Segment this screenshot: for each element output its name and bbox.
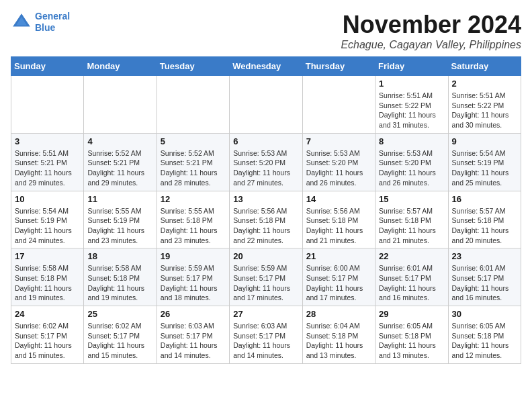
calendar-day-27: 27Sunrise: 6:03 AM Sunset: 5:17 PM Dayli… bbox=[230, 306, 302, 364]
calendar-day-28: 28Sunrise: 6:04 AM Sunset: 5:18 PM Dayli… bbox=[302, 306, 375, 364]
day-info-28: Sunrise: 6:04 AM Sunset: 5:18 PM Dayligh… bbox=[306, 321, 371, 361]
day-number-11: 11 bbox=[87, 194, 152, 204]
logo-line1: General bbox=[35, 11, 70, 21]
calendar-day-11: 11Sunrise: 5:55 AM Sunset: 5:19 PM Dayli… bbox=[84, 191, 157, 248]
weekday-header-row: SundayMondayTuesdayWednesdayThursdayFrid… bbox=[11, 57, 521, 76]
calendar-day-26: 26Sunrise: 6:03 AM Sunset: 5:17 PM Dayli… bbox=[157, 306, 229, 364]
calendar-day-17: 17Sunrise: 5:58 AM Sunset: 5:18 PM Dayli… bbox=[11, 248, 84, 306]
day-info-21: Sunrise: 6:00 AM Sunset: 5:17 PM Dayligh… bbox=[306, 263, 371, 303]
calendar-day-29: 29Sunrise: 6:05 AM Sunset: 5:18 PM Dayli… bbox=[375, 306, 448, 364]
calendar-empty bbox=[157, 76, 229, 134]
calendar-empty bbox=[302, 76, 375, 134]
weekday-header-monday: Monday bbox=[84, 57, 157, 76]
calendar-day-24: 24Sunrise: 6:02 AM Sunset: 5:17 PM Dayli… bbox=[11, 306, 84, 364]
day-number-3: 3 bbox=[15, 136, 80, 146]
day-info-18: Sunrise: 5:58 AM Sunset: 5:18 PM Dayligh… bbox=[87, 263, 152, 303]
day-info-14: Sunrise: 5:56 AM Sunset: 5:18 PM Dayligh… bbox=[306, 206, 371, 246]
day-number-2: 2 bbox=[452, 79, 517, 89]
day-info-6: Sunrise: 5:53 AM Sunset: 5:20 PM Dayligh… bbox=[233, 148, 298, 188]
calendar-week-5: 24Sunrise: 6:02 AM Sunset: 5:17 PM Dayli… bbox=[11, 306, 521, 364]
day-number-19: 19 bbox=[161, 251, 226, 261]
calendar-day-19: 19Sunrise: 5:59 AM Sunset: 5:17 PM Dayli… bbox=[157, 248, 229, 306]
calendar-day-15: 15Sunrise: 5:57 AM Sunset: 5:18 PM Dayli… bbox=[375, 191, 448, 248]
day-number-16: 16 bbox=[452, 194, 517, 204]
day-info-13: Sunrise: 5:56 AM Sunset: 5:18 PM Dayligh… bbox=[233, 206, 298, 246]
calendar-week-3: 10Sunrise: 5:54 AM Sunset: 5:19 PM Dayli… bbox=[11, 191, 521, 248]
calendar-day-14: 14Sunrise: 5:56 AM Sunset: 5:18 PM Dayli… bbox=[302, 191, 375, 248]
day-number-28: 28 bbox=[306, 309, 371, 319]
weekday-header-thursday: Thursday bbox=[302, 57, 375, 76]
day-info-10: Sunrise: 5:54 AM Sunset: 5:19 PM Dayligh… bbox=[15, 206, 80, 246]
day-number-23: 23 bbox=[452, 251, 517, 261]
day-info-27: Sunrise: 6:03 AM Sunset: 5:17 PM Dayligh… bbox=[233, 321, 298, 361]
calendar-day-4: 4Sunrise: 5:52 AM Sunset: 5:21 PM Daylig… bbox=[84, 133, 157, 191]
day-info-23: Sunrise: 6:01 AM Sunset: 5:17 PM Dayligh… bbox=[452, 263, 517, 303]
calendar-table: SundayMondayTuesdayWednesdayThursdayFrid… bbox=[11, 56, 521, 364]
day-number-4: 4 bbox=[87, 136, 152, 146]
logo-icon bbox=[11, 11, 32, 33]
day-number-20: 20 bbox=[233, 251, 298, 261]
day-info-17: Sunrise: 5:58 AM Sunset: 5:18 PM Dayligh… bbox=[15, 263, 80, 303]
day-number-13: 13 bbox=[233, 194, 298, 204]
logo-text: General Blue bbox=[35, 11, 70, 34]
weekday-header-sunday: Sunday bbox=[11, 57, 84, 76]
day-info-26: Sunrise: 6:03 AM Sunset: 5:17 PM Dayligh… bbox=[161, 321, 226, 361]
calendar-week-1: 1Sunrise: 5:51 AM Sunset: 5:22 PM Daylig… bbox=[11, 76, 521, 134]
day-number-22: 22 bbox=[379, 251, 444, 261]
weekday-header-saturday: Saturday bbox=[448, 57, 521, 76]
day-number-14: 14 bbox=[306, 194, 371, 204]
day-info-20: Sunrise: 5:59 AM Sunset: 5:17 PM Dayligh… bbox=[233, 263, 298, 303]
calendar-day-2: 2Sunrise: 5:51 AM Sunset: 5:22 PM Daylig… bbox=[448, 76, 521, 134]
weekday-header-friday: Friday bbox=[375, 57, 448, 76]
day-number-10: 10 bbox=[15, 194, 80, 204]
month-title: November 2024 bbox=[341, 11, 521, 39]
day-info-12: Sunrise: 5:55 AM Sunset: 5:18 PM Dayligh… bbox=[161, 206, 226, 246]
location: Echague, Cagayan Valley, Philippines bbox=[341, 39, 521, 51]
day-number-17: 17 bbox=[15, 251, 80, 261]
calendar-day-1: 1Sunrise: 5:51 AM Sunset: 5:22 PM Daylig… bbox=[375, 76, 448, 134]
calendar-header: SundayMondayTuesdayWednesdayThursdayFrid… bbox=[11, 57, 521, 76]
logo-line2: Blue bbox=[35, 22, 70, 34]
day-info-30: Sunrise: 6:05 AM Sunset: 5:18 PM Dayligh… bbox=[452, 321, 517, 361]
day-number-12: 12 bbox=[161, 194, 226, 204]
calendar-empty bbox=[230, 76, 302, 134]
calendar-day-18: 18Sunrise: 5:58 AM Sunset: 5:18 PM Dayli… bbox=[84, 248, 157, 306]
calendar-day-10: 10Sunrise: 5:54 AM Sunset: 5:19 PM Dayli… bbox=[11, 191, 84, 248]
calendar-day-12: 12Sunrise: 5:55 AM Sunset: 5:18 PM Dayli… bbox=[157, 191, 229, 248]
day-number-6: 6 bbox=[233, 136, 298, 146]
day-number-18: 18 bbox=[87, 251, 152, 261]
title-block: November 2024 Echague, Cagayan Valley, P… bbox=[341, 11, 521, 51]
calendar-day-8: 8Sunrise: 5:53 AM Sunset: 5:20 PM Daylig… bbox=[375, 133, 448, 191]
day-info-1: Sunrise: 5:51 AM Sunset: 5:22 PM Dayligh… bbox=[379, 91, 444, 130]
weekday-header-wednesday: Wednesday bbox=[230, 57, 302, 76]
day-info-2: Sunrise: 5:51 AM Sunset: 5:22 PM Dayligh… bbox=[452, 91, 517, 130]
calendar-day-3: 3Sunrise: 5:51 AM Sunset: 5:21 PM Daylig… bbox=[11, 133, 84, 191]
calendar-day-9: 9Sunrise: 5:54 AM Sunset: 5:19 PM Daylig… bbox=[448, 133, 521, 191]
day-info-7: Sunrise: 5:53 AM Sunset: 5:20 PM Dayligh… bbox=[306, 148, 371, 188]
day-info-3: Sunrise: 5:51 AM Sunset: 5:21 PM Dayligh… bbox=[15, 148, 80, 188]
calendar-day-20: 20Sunrise: 5:59 AM Sunset: 5:17 PM Dayli… bbox=[230, 248, 302, 306]
day-info-15: Sunrise: 5:57 AM Sunset: 5:18 PM Dayligh… bbox=[379, 206, 444, 246]
day-number-8: 8 bbox=[379, 136, 444, 146]
day-number-1: 1 bbox=[379, 79, 444, 89]
day-number-15: 15 bbox=[379, 194, 444, 204]
day-info-11: Sunrise: 5:55 AM Sunset: 5:19 PM Dayligh… bbox=[87, 206, 152, 246]
day-number-26: 26 bbox=[161, 309, 226, 319]
calendar-day-30: 30Sunrise: 6:05 AM Sunset: 5:18 PM Dayli… bbox=[448, 306, 521, 364]
calendar-day-13: 13Sunrise: 5:56 AM Sunset: 5:18 PM Dayli… bbox=[230, 191, 302, 248]
day-info-9: Sunrise: 5:54 AM Sunset: 5:19 PM Dayligh… bbox=[452, 148, 517, 188]
day-number-5: 5 bbox=[161, 136, 226, 146]
day-info-24: Sunrise: 6:02 AM Sunset: 5:17 PM Dayligh… bbox=[15, 321, 80, 361]
day-info-5: Sunrise: 5:52 AM Sunset: 5:21 PM Dayligh… bbox=[161, 148, 226, 188]
day-info-22: Sunrise: 6:01 AM Sunset: 5:17 PM Dayligh… bbox=[379, 263, 444, 303]
calendar-day-16: 16Sunrise: 5:57 AM Sunset: 5:18 PM Dayli… bbox=[448, 191, 521, 248]
logo: General Blue bbox=[11, 11, 70, 34]
day-number-27: 27 bbox=[233, 309, 298, 319]
calendar-day-22: 22Sunrise: 6:01 AM Sunset: 5:17 PM Dayli… bbox=[375, 248, 448, 306]
calendar-day-25: 25Sunrise: 6:02 AM Sunset: 5:17 PM Dayli… bbox=[84, 306, 157, 364]
day-number-7: 7 bbox=[306, 136, 371, 146]
day-number-30: 30 bbox=[452, 309, 517, 319]
calendar-day-5: 5Sunrise: 5:52 AM Sunset: 5:21 PM Daylig… bbox=[157, 133, 229, 191]
day-info-19: Sunrise: 5:59 AM Sunset: 5:17 PM Dayligh… bbox=[161, 263, 226, 303]
day-number-24: 24 bbox=[15, 309, 80, 319]
